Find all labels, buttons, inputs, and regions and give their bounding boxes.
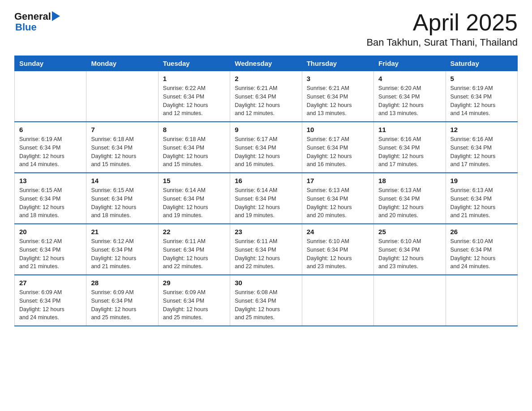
day-info: Sunrise: 6:16 AM Sunset: 6:34 PM Dayligh… (450, 135, 513, 169)
calendar-day-cell: 22Sunrise: 6:11 AM Sunset: 6:34 PM Dayli… (158, 224, 230, 275)
day-info: Sunrise: 6:13 AM Sunset: 6:34 PM Dayligh… (450, 186, 513, 220)
calendar-day-cell: 1Sunrise: 6:22 AM Sunset: 6:34 PM Daylig… (158, 71, 230, 122)
day-info: Sunrise: 6:21 AM Sunset: 6:34 PM Dayligh… (307, 84, 369, 118)
day-number: 4 (378, 75, 441, 82)
day-info: Sunrise: 6:09 AM Sunset: 6:34 PM Dayligh… (19, 288, 82, 322)
calendar-header-cell: Wednesday (230, 56, 302, 71)
day-number: 30 (235, 279, 297, 287)
calendar-header-cell: Sunday (15, 56, 86, 71)
calendar-day-cell: 20Sunrise: 6:12 AM Sunset: 6:34 PM Dayli… (15, 224, 86, 275)
day-info: Sunrise: 6:10 AM Sunset: 6:34 PM Dayligh… (307, 237, 369, 271)
calendar-week-row: 13Sunrise: 6:15 AM Sunset: 6:34 PM Dayli… (15, 173, 518, 224)
day-info: Sunrise: 6:18 AM Sunset: 6:34 PM Dayligh… (163, 135, 225, 169)
calendar-day-cell: 16Sunrise: 6:14 AM Sunset: 6:34 PM Dayli… (230, 173, 302, 224)
day-number: 23 (235, 228, 297, 235)
calendar-day-cell: 7Sunrise: 6:18 AM Sunset: 6:34 PM Daylig… (86, 122, 158, 173)
calendar-day-cell: 10Sunrise: 6:17 AM Sunset: 6:34 PM Dayli… (302, 122, 373, 173)
calendar-day-cell: 28Sunrise: 6:09 AM Sunset: 6:34 PM Dayli… (86, 275, 158, 326)
day-info: Sunrise: 6:13 AM Sunset: 6:34 PM Dayligh… (378, 186, 441, 220)
day-info: Sunrise: 6:08 AM Sunset: 6:34 PM Dayligh… (235, 288, 297, 322)
calendar-day-cell: 12Sunrise: 6:16 AM Sunset: 6:34 PM Dayli… (446, 122, 517, 173)
day-number: 22 (163, 228, 225, 235)
day-number: 20 (19, 228, 82, 235)
calendar-day-cell: 27Sunrise: 6:09 AM Sunset: 6:34 PM Dayli… (15, 275, 86, 326)
calendar-header: SundayMondayTuesdayWednesdayThursdayFrid… (15, 56, 518, 71)
calendar-day-cell: 30Sunrise: 6:08 AM Sunset: 6:34 PM Dayli… (230, 275, 302, 326)
calendar-week-row: 1Sunrise: 6:22 AM Sunset: 6:34 PM Daylig… (15, 71, 518, 122)
calendar-day-cell: 19Sunrise: 6:13 AM Sunset: 6:34 PM Dayli… (446, 173, 517, 224)
calendar-header-cell: Tuesday (158, 56, 230, 71)
day-number: 17 (307, 177, 369, 184)
day-info: Sunrise: 6:21 AM Sunset: 6:34 PM Dayligh… (235, 84, 297, 118)
day-info: Sunrise: 6:12 AM Sunset: 6:34 PM Dayligh… (91, 237, 153, 271)
logo-blue-text: Blue (15, 22, 37, 32)
day-number: 29 (163, 279, 225, 287)
day-info: Sunrise: 6:17 AM Sunset: 6:34 PM Dayligh… (235, 135, 297, 169)
logo-general-text: General (14, 11, 51, 22)
day-number: 6 (19, 126, 82, 133)
day-number: 26 (450, 228, 513, 235)
calendar-day-cell: 11Sunrise: 6:16 AM Sunset: 6:34 PM Dayli… (374, 122, 446, 173)
calendar-day-cell: 21Sunrise: 6:12 AM Sunset: 6:34 PM Dayli… (86, 224, 158, 275)
calendar-header-cell: Saturday (446, 56, 517, 71)
day-number: 12 (450, 126, 513, 133)
calendar-table: SundayMondayTuesdayWednesdayThursdayFrid… (14, 56, 518, 326)
day-info: Sunrise: 6:14 AM Sunset: 6:34 PM Dayligh… (235, 186, 297, 220)
calendar-day-cell: 23Sunrise: 6:11 AM Sunset: 6:34 PM Dayli… (230, 224, 302, 275)
day-info: Sunrise: 6:12 AM Sunset: 6:34 PM Dayligh… (19, 237, 82, 271)
day-number: 9 (235, 126, 297, 133)
day-number: 24 (307, 228, 369, 235)
calendar-header-cell: Thursday (302, 56, 373, 71)
day-info: Sunrise: 6:14 AM Sunset: 6:34 PM Dayligh… (163, 186, 225, 220)
calendar-day-cell: 15Sunrise: 6:14 AM Sunset: 6:34 PM Dayli… (158, 173, 230, 224)
day-info: Sunrise: 6:16 AM Sunset: 6:34 PM Dayligh… (378, 135, 441, 169)
calendar-day-cell: 24Sunrise: 6:10 AM Sunset: 6:34 PM Dayli… (302, 224, 373, 275)
day-number: 21 (91, 228, 153, 235)
svg-marker-0 (52, 11, 60, 21)
day-number: 14 (91, 177, 153, 184)
calendar-day-cell: 6Sunrise: 6:19 AM Sunset: 6:34 PM Daylig… (15, 122, 86, 173)
logo: General Blue (14, 11, 60, 32)
day-number: 5 (450, 75, 513, 82)
day-number: 27 (19, 279, 82, 287)
calendar-header-cell: Monday (86, 56, 158, 71)
calendar-day-cell (86, 71, 158, 122)
day-info: Sunrise: 6:20 AM Sunset: 6:34 PM Dayligh… (378, 84, 441, 118)
page-header: General Blue April 2025 Ban Takhun, Sura… (14, 11, 518, 48)
day-number: 13 (19, 177, 82, 184)
day-info: Sunrise: 6:11 AM Sunset: 6:34 PM Dayligh… (235, 237, 297, 271)
day-info: Sunrise: 6:19 AM Sunset: 6:34 PM Dayligh… (450, 84, 513, 118)
calendar-day-cell: 26Sunrise: 6:10 AM Sunset: 6:34 PM Dayli… (446, 224, 517, 275)
day-info: Sunrise: 6:11 AM Sunset: 6:34 PM Dayligh… (163, 237, 225, 271)
calendar-day-cell (446, 275, 517, 326)
day-number: 16 (235, 177, 297, 184)
calendar-day-cell: 29Sunrise: 6:09 AM Sunset: 6:34 PM Dayli… (158, 275, 230, 326)
calendar-day-cell (302, 275, 373, 326)
day-info: Sunrise: 6:09 AM Sunset: 6:34 PM Dayligh… (91, 288, 153, 322)
calendar-week-row: 6Sunrise: 6:19 AM Sunset: 6:34 PM Daylig… (15, 122, 518, 173)
day-number: 11 (378, 126, 441, 133)
calendar-day-cell: 5Sunrise: 6:19 AM Sunset: 6:34 PM Daylig… (446, 71, 517, 122)
logo-triangle-icon (52, 11, 60, 21)
calendar-day-cell: 9Sunrise: 6:17 AM Sunset: 6:34 PM Daylig… (230, 122, 302, 173)
day-number: 2 (235, 75, 297, 82)
day-info: Sunrise: 6:13 AM Sunset: 6:34 PM Dayligh… (307, 186, 369, 220)
calendar-week-row: 20Sunrise: 6:12 AM Sunset: 6:34 PM Dayli… (15, 224, 518, 275)
day-number: 1 (163, 75, 225, 82)
calendar-day-cell: 13Sunrise: 6:15 AM Sunset: 6:34 PM Dayli… (15, 173, 86, 224)
day-number: 25 (378, 228, 441, 235)
day-number: 10 (307, 126, 369, 133)
day-number: 15 (163, 177, 225, 184)
calendar-day-cell: 8Sunrise: 6:18 AM Sunset: 6:34 PM Daylig… (158, 122, 230, 173)
calendar-day-cell: 4Sunrise: 6:20 AM Sunset: 6:34 PM Daylig… (374, 71, 446, 122)
location-title: Ban Takhun, Surat Thani, Thailand (366, 37, 518, 48)
day-info: Sunrise: 6:22 AM Sunset: 6:34 PM Dayligh… (163, 84, 225, 118)
calendar-header-row: SundayMondayTuesdayWednesdayThursdayFrid… (15, 56, 518, 71)
day-info: Sunrise: 6:09 AM Sunset: 6:34 PM Dayligh… (163, 288, 225, 322)
calendar-day-cell (374, 275, 446, 326)
day-number: 7 (91, 126, 153, 133)
calendar-day-cell: 25Sunrise: 6:10 AM Sunset: 6:34 PM Dayli… (374, 224, 446, 275)
calendar-day-cell: 14Sunrise: 6:15 AM Sunset: 6:34 PM Dayli… (86, 173, 158, 224)
day-info: Sunrise: 6:10 AM Sunset: 6:34 PM Dayligh… (378, 237, 441, 271)
day-number: 3 (307, 75, 369, 82)
